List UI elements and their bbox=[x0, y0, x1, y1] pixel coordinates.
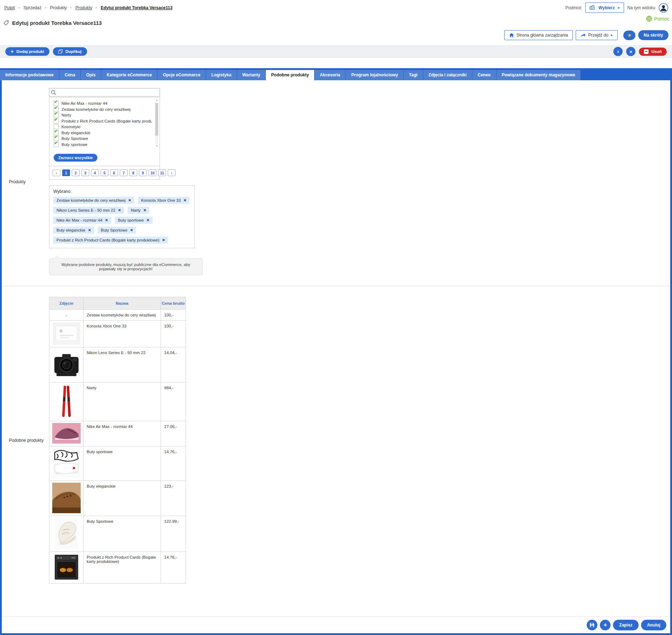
breadcrumb-link[interactable]: Sprzedaż bbox=[23, 5, 42, 10]
tab[interactable]: Kategorie eCommerce bbox=[101, 70, 157, 80]
breadcrumb-item: Produkty ▸ bbox=[49, 5, 75, 10]
favorite-star-button[interactable]: ★ bbox=[623, 31, 635, 40]
product-list-items: ✔ Nike Air Max - rozmiar 44 ✔ Zestaw kos… bbox=[54, 101, 152, 147]
remove-chip-icon[interactable]: × bbox=[184, 199, 187, 202]
list-scrollbar[interactable]: ▲ ▼ bbox=[155, 99, 158, 148]
add-new-button[interactable]: + bbox=[600, 620, 611, 630]
list-item[interactable]: ✔ Zestaw kosmetyków do cery wrażliwej bbox=[54, 107, 152, 113]
scrollbar-thumb[interactable] bbox=[155, 103, 158, 136]
remove-chip-icon[interactable]: × bbox=[105, 218, 108, 222]
remove-chip-icon[interactable]: × bbox=[130, 228, 133, 232]
list-item[interactable]: ✔ Narty bbox=[54, 112, 152, 118]
pagination-page-button[interactable]: 1 bbox=[62, 169, 70, 176]
table-row: Nikon Lens Series E - 50 mm 22 14.04,- bbox=[49, 347, 186, 382]
list-item-label: Buty eleganckie bbox=[61, 131, 90, 135]
checkbox[interactable]: ✔ bbox=[54, 119, 59, 124]
scroll-up-icon[interactable]: ▲ bbox=[155, 99, 158, 102]
chip-label: Produkt z Rich Product Cards (Bogate kar… bbox=[57, 238, 160, 242]
checkbox[interactable]: ✔ bbox=[54, 107, 59, 112]
pagination-page-button[interactable]: 5 bbox=[101, 169, 108, 176]
pagination-page-button[interactable]: 4 bbox=[91, 169, 99, 176]
podmiot-label: Podmiot: bbox=[565, 5, 582, 10]
pagination-prev-button[interactable]: ‹ bbox=[53, 169, 60, 176]
add-product-button[interactable]: + Dodaj produkt bbox=[5, 47, 49, 56]
tab[interactable]: Akcesoria bbox=[315, 70, 346, 80]
list-item[interactable]: ✔ Buty sportowe bbox=[54, 142, 152, 148]
table-row: Buty eleganckie 123,- bbox=[49, 481, 186, 516]
pagination-page-button[interactable]: 2 bbox=[72, 169, 80, 176]
column-header-name[interactable]: Nazwa bbox=[84, 297, 161, 310]
go-to-button[interactable]: Przejdź do ▶ bbox=[576, 30, 618, 40]
tab[interactable]: Logistyka bbox=[206, 70, 237, 80]
tab[interactable]: Opis bbox=[81, 70, 101, 80]
checkbox[interactable]: ✔ bbox=[54, 136, 59, 141]
help-link[interactable]: Pomoc bbox=[646, 16, 670, 22]
remove-chip-icon[interactable]: × bbox=[118, 208, 121, 212]
tab[interactable]: Cena bbox=[59, 70, 81, 80]
save-template-button[interactable] bbox=[587, 620, 597, 630]
breadcrumb-link[interactable]: Produkty bbox=[75, 5, 93, 10]
shortcuts-button[interactable]: Na skróty bbox=[638, 30, 668, 40]
duplicate-button[interactable]: Duplikuj bbox=[53, 47, 87, 56]
tab[interactable]: Ceneo bbox=[472, 70, 496, 80]
tab[interactable]: Podobne produkty bbox=[266, 70, 315, 80]
tab[interactable]: Program lojalnościowy bbox=[346, 70, 403, 80]
tab[interactable]: Informacje podstawowe bbox=[0, 70, 59, 80]
product-price-cell: 122.99,- bbox=[161, 516, 186, 552]
column-header-image[interactable]: Zdjęcie bbox=[49, 297, 84, 310]
breadcrumb-link[interactable]: Pulpit bbox=[4, 5, 16, 10]
management-home-button[interactable]: Strona główna zarządzania bbox=[504, 30, 573, 40]
remove-chip-icon[interactable]: × bbox=[128, 199, 131, 202]
pagination-page-button[interactable]: 9 bbox=[139, 169, 147, 176]
select-all-button[interactable]: Zaznacz wszystkie bbox=[54, 154, 97, 162]
next-record-button[interactable]: › bbox=[613, 47, 623, 56]
cancel-button[interactable]: Anuluj bbox=[641, 620, 666, 630]
pagination-next-button[interactable]: › bbox=[168, 169, 176, 176]
record-toolbar: + Dodaj produkt Duplikuj › » Usuń bbox=[0, 45, 672, 58]
remove-chip-icon[interactable]: × bbox=[162, 238, 165, 242]
pagination-page-button[interactable]: 6 bbox=[110, 169, 118, 176]
pagination-page-button[interactable]: 10 bbox=[149, 169, 156, 176]
tab[interactable]: Warianty bbox=[237, 70, 266, 80]
tab[interactable]: Zdjęcia i załączniki bbox=[423, 70, 472, 80]
forward-arrow-icon bbox=[581, 33, 586, 37]
tab[interactable]: Powiązane dokumenty magazynowe bbox=[496, 70, 581, 80]
checkbox[interactable]: ✔ bbox=[54, 124, 59, 129]
product-search-input[interactable] bbox=[58, 89, 158, 95]
checkbox[interactable]: ✔ bbox=[54, 101, 59, 106]
tab[interactable]: Tagi bbox=[404, 70, 423, 80]
pagination-page-button[interactable]: 8 bbox=[129, 169, 137, 176]
selected-product-chip: Nike Air Max - rozmiar 44 × bbox=[53, 217, 111, 224]
skip-records-button[interactable]: » bbox=[626, 47, 635, 56]
delete-button[interactable]: Usuń bbox=[639, 48, 667, 56]
list-item[interactable]: ✔ Kosmetyki bbox=[54, 124, 152, 130]
product-price-cell: 100,- bbox=[161, 321, 186, 347]
tab[interactable]: Opcje eCommerce bbox=[157, 70, 206, 80]
toolbar-right: › » Usuń bbox=[613, 47, 667, 56]
list-item[interactable]: ✔ Buty eleganckie bbox=[54, 130, 152, 136]
checkbox[interactable]: ✔ bbox=[54, 130, 59, 135]
chip-label: Nikon Lens Series E - 50 mm 22 bbox=[57, 208, 115, 212]
list-item[interactable]: ✔ Produkt z Rich Product Cards (Bogate k… bbox=[54, 118, 152, 124]
avatar[interactable] bbox=[658, 3, 668, 13]
brown-elegant-shoe-thumbnail bbox=[52, 483, 81, 513]
caret-right-icon: ▶ bbox=[611, 34, 613, 37]
checkbox[interactable]: ✔ bbox=[54, 113, 59, 118]
pagination-page-button[interactable]: 11 bbox=[158, 169, 166, 176]
pagination-page-button[interactable]: 7 bbox=[120, 169, 128, 176]
scroll-down-icon[interactable]: ▼ bbox=[155, 145, 158, 148]
list-item[interactable]: ✔ Nike Air Max - rozmiar 44 bbox=[54, 101, 152, 107]
remove-chip-icon[interactable]: × bbox=[88, 228, 91, 232]
check-icon: ✔ bbox=[54, 101, 58, 104]
column-header-price[interactable]: Cena brutto bbox=[161, 297, 186, 310]
list-item[interactable]: ✔ Buty Sportowe bbox=[54, 136, 152, 142]
pagination-page-button[interactable]: 3 bbox=[81, 169, 89, 176]
info-message: Wybrane podobne produkty, muszą być publ… bbox=[49, 258, 203, 275]
checkbox[interactable]: ✔ bbox=[54, 142, 59, 147]
save-button[interactable]: Zapisz bbox=[613, 620, 638, 630]
podmiot-select-button[interactable]: Wybierz ▶ bbox=[585, 2, 624, 13]
breadcrumb-link[interactable]: Edytuj produkt Torebka Versace113 bbox=[100, 5, 173, 10]
remove-chip-icon[interactable]: × bbox=[144, 208, 146, 212]
remove-chip-icon[interactable]: × bbox=[147, 218, 150, 222]
breadcrumb-link[interactable]: Produkty bbox=[49, 5, 68, 10]
